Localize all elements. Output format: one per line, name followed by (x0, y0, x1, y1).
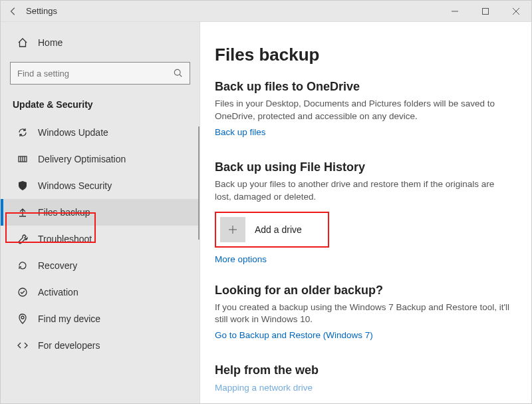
help-link[interactable]: Mapping a network drive (215, 383, 313, 393)
sidebar-home[interactable]: Home (1, 31, 200, 54)
delivery-icon (17, 153, 29, 165)
help-heading: Help from the web (215, 363, 513, 377)
svg-point-4 (174, 69, 180, 75)
sidebar-item-delivery-optimisation[interactable]: Delivery Optimisation (1, 146, 200, 172)
backup-icon (17, 206, 29, 218)
developers-icon (17, 339, 29, 351)
history-desc: Back up your files to another drive and … (215, 178, 513, 204)
page-title: Files backup (215, 45, 513, 65)
sidebar-item-label: For developers (38, 340, 100, 351)
close-button[interactable] (501, 1, 531, 22)
older-heading: Looking for an older backup? (215, 284, 513, 298)
sidebar-item-files-backup[interactable]: Files backup (1, 199, 200, 226)
main-panel: Files backup Back up files to OneDrive F… (200, 22, 531, 403)
home-icon (17, 37, 29, 49)
sidebar-item-find-my-device[interactable]: Find my device (1, 305, 200, 332)
onedrive-heading: Back up files to OneDrive (215, 80, 513, 94)
history-heading: Back up using File History (215, 160, 513, 174)
older-desc: If you created a backup using the Window… (215, 302, 513, 327)
shield-icon (17, 180, 29, 192)
search-icon (174, 69, 183, 78)
older-link[interactable]: Go to Backup and Restore (Windows 7) (215, 330, 373, 340)
titlebar: Settings (1, 1, 531, 22)
activation-icon (17, 286, 29, 298)
minimize-button[interactable] (440, 1, 470, 22)
sidebar-item-windows-security[interactable]: Windows Security (1, 172, 200, 199)
search-box[interactable] (10, 62, 190, 85)
sidebar-item-label: Recovery (38, 260, 77, 271)
add-drive-label: Add a drive (255, 224, 302, 235)
plus-icon (220, 217, 245, 242)
svg-point-8 (21, 316, 24, 319)
refresh-icon (17, 126, 29, 138)
svg-point-7 (19, 288, 27, 296)
back-button[interactable] (1, 7, 26, 16)
sidebar-item-activation[interactable]: Activation (1, 279, 200, 305)
maximize-button[interactable] (470, 1, 501, 22)
section-header: Update & Security (1, 93, 200, 119)
sidebar-item-label: Delivery Optimisation (38, 154, 126, 164)
sidebar-home-label: Home (38, 37, 63, 48)
recovery-icon (17, 260, 29, 272)
troubleshoot-icon (17, 233, 29, 245)
sidebar-item-label: Windows Security (38, 180, 112, 191)
onedrive-desc: Files in your Desktop, Documents and Pic… (215, 98, 513, 123)
sidebar-item-label: Troubleshoot (38, 234, 92, 244)
sidebar-item-label: Windows Update (38, 127, 108, 138)
svg-line-5 (180, 75, 182, 77)
sidebar-item-recovery[interactable]: Recovery (1, 252, 200, 279)
sidebar-item-label: Files backup (38, 207, 90, 218)
sidebar-item-label: Find my device (38, 313, 100, 324)
sidebar: Home Update & Security Windows Update De… (1, 22, 200, 403)
sidebar-item-troubleshoot[interactable]: Troubleshoot (1, 226, 200, 252)
add-drive-button[interactable]: Add a drive (215, 212, 329, 248)
sidebar-item-label: Activation (38, 287, 78, 298)
window-controls (440, 1, 531, 22)
find-device-icon (17, 313, 29, 325)
search-input[interactable] (17, 69, 174, 79)
sidebar-item-for-developers[interactable]: For developers (1, 332, 200, 359)
scrollbar[interactable] (198, 126, 200, 240)
window-title: Settings (26, 6, 440, 16)
sidebar-item-windows-update[interactable]: Windows Update (1, 119, 200, 146)
onedrive-link[interactable]: Back up files (215, 127, 266, 137)
more-options-link[interactable]: More options (215, 254, 267, 264)
svg-rect-1 (483, 8, 489, 14)
content-area: Home Update & Security Windows Update De… (1, 22, 531, 403)
